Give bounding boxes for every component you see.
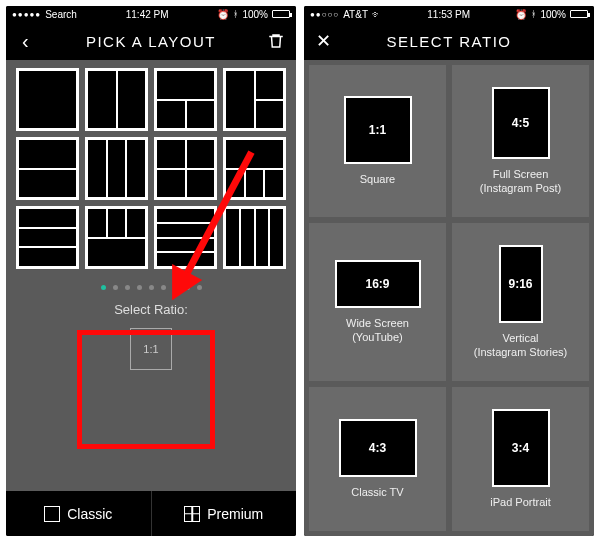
ratio-tile-3-4[interactable]: 3:4iPad Portrait: [452, 387, 589, 531]
ratio-shape: 9:16: [499, 245, 543, 323]
ratio-tile-4-3[interactable]: 4:3Classic TV: [309, 387, 446, 531]
delete-button[interactable]: [256, 22, 296, 60]
battery-icon: [570, 10, 588, 18]
current-ratio-value: 1:1: [143, 343, 158, 355]
ratio-shape: 4:5: [492, 87, 550, 159]
current-ratio-box[interactable]: 1:1: [130, 328, 172, 370]
carrier-label: AT&T: [343, 9, 368, 20]
ratio-tile-9-16[interactable]: 9:16Vertical(Instagram Stories): [452, 223, 589, 381]
battery-percent: 100%: [540, 9, 566, 20]
layout-2h[interactable]: [16, 137, 79, 200]
ratio-shape: 1:1: [344, 96, 412, 164]
ratio-caption: iPad Portrait: [490, 495, 551, 509]
carrier-label: Search: [45, 9, 77, 20]
layout-left-2r[interactable]: [223, 68, 286, 131]
right-screenshot: ●●○○○ AT&T ᯤ 11:53 PM ⏰ ᚼ 100% ✕ SELECT …: [304, 6, 594, 536]
ratio-area: 1:1Square4:5Full Screen(Instagram Post)1…: [304, 60, 594, 536]
clock: 11:53 PM: [427, 9, 470, 20]
layout-2v[interactable]: [85, 68, 148, 131]
alarm-icon: ⏰: [217, 9, 229, 20]
ratio-shape: 4:3: [339, 419, 417, 477]
tab-classic-label: Classic: [67, 506, 112, 522]
ratio-shape: 3:4: [492, 409, 550, 487]
wifi-icon: ᯤ: [372, 9, 382, 20]
trash-icon: [267, 32, 285, 50]
alarm-icon: ⏰: [515, 9, 527, 20]
tab-premium-label: Premium: [207, 506, 263, 522]
tab-classic[interactable]: Classic: [6, 491, 151, 536]
ratio-tile-16-9[interactable]: 16:9Wide Screen(YouTube): [309, 223, 446, 381]
signal-dots-icon: ●●○○○: [310, 10, 339, 19]
status-bar: ●●●●● Search 11:42 PM ⏰ ᚼ 100%: [6, 6, 296, 22]
layouts-grid: [16, 68, 286, 269]
layout-1top-2bot[interactable]: [154, 68, 217, 131]
left-screenshot: ●●●●● Search 11:42 PM ⏰ ᚼ 100% ‹ PICK A …: [6, 6, 296, 536]
battery-icon: [272, 10, 290, 18]
ratio-shape: 16:9: [335, 260, 421, 308]
layouts-area: Select Ratio: 1:1: [6, 60, 296, 491]
status-bar: ●●○○○ AT&T ᯤ 11:53 PM ⏰ ᚼ 100%: [304, 6, 594, 22]
back-button[interactable]: ‹: [6, 22, 46, 60]
ratio-grid: 1:1Square4:5Full Screen(Instagram Post)1…: [309, 65, 589, 531]
layout-full[interactable]: [16, 68, 79, 131]
battery-percent: 100%: [242, 9, 268, 20]
ratio-tile-1-1[interactable]: 1:1Square: [309, 65, 446, 217]
ratio-caption: Classic TV: [351, 485, 403, 499]
tab-premium[interactable]: Premium: [151, 491, 297, 536]
ratio-caption: Vertical(Instagram Stories): [474, 331, 568, 360]
bluetooth-icon: ᚼ: [233, 9, 238, 19]
page-title: PICK A LAYOUT: [86, 33, 216, 50]
bottom-tab-bar: Classic Premium: [6, 491, 296, 536]
clock: 11:42 PM: [126, 9, 169, 20]
premium-icon: [184, 506, 200, 522]
layout-3v[interactable]: [85, 137, 148, 200]
layout-4h[interactable]: [154, 206, 217, 269]
layout-4v[interactable]: [223, 206, 286, 269]
screen-header: ‹ PICK A LAYOUT: [6, 22, 296, 60]
close-button[interactable]: ✕: [304, 22, 344, 60]
close-icon: ✕: [316, 30, 333, 52]
bluetooth-icon: ᚼ: [531, 9, 536, 19]
page-indicator: [16, 285, 286, 290]
screen-header: ✕ SELECT RATIO: [304, 22, 594, 60]
select-ratio-label: Select Ratio:: [96, 302, 206, 317]
ratio-tile-4-5[interactable]: 4:5Full Screen(Instagram Post): [452, 65, 589, 217]
chevron-left-icon: ‹: [22, 30, 30, 53]
select-ratio-block[interactable]: Select Ratio: 1:1: [86, 296, 216, 382]
layout-3top-1bot[interactable]: [85, 206, 148, 269]
signal-dots-icon: ●●●●●: [12, 10, 41, 19]
layout-2x2[interactable]: [154, 137, 217, 200]
classic-icon: [44, 506, 60, 522]
ratio-caption: Full Screen(Instagram Post): [480, 167, 561, 196]
ratio-caption: Wide Screen(YouTube): [346, 316, 409, 345]
ratio-caption: Square: [360, 172, 395, 186]
layout-3h[interactable]: [16, 206, 79, 269]
page-title: SELECT RATIO: [387, 33, 512, 50]
layout-1top-3bot[interactable]: [223, 137, 286, 200]
